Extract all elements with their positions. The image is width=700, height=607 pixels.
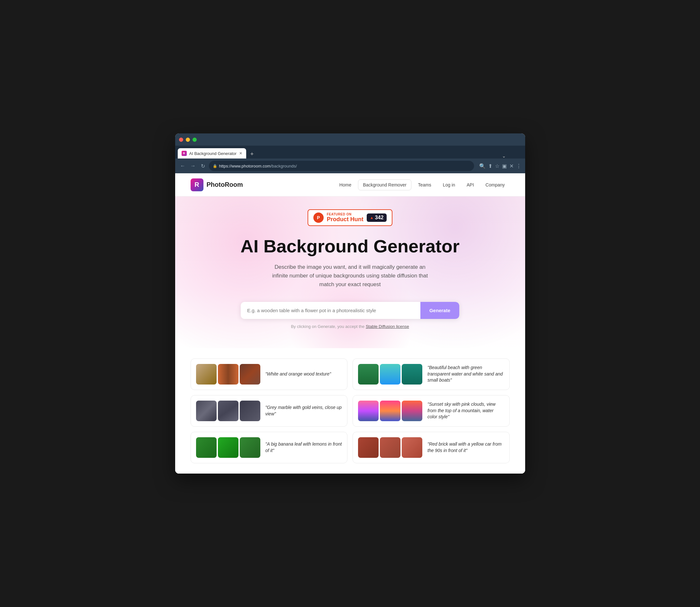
- browser-toolbar-icons: 🔍 ⬆ ☆ ▣ ✕ ⋮: [479, 163, 521, 169]
- product-hunt-badge[interactable]: P FEATURED ON Product Hunt ▲ 342: [307, 209, 393, 226]
- gallery-thumb: [358, 364, 379, 384]
- lock-icon: 🔒: [213, 164, 217, 168]
- profile-icon[interactable]: ✕: [509, 163, 514, 169]
- tab-favicon: R: [182, 151, 187, 156]
- hero-title: AI Background Generator: [191, 236, 510, 256]
- url-bar[interactable]: 🔒 https://www.photoroom.com/backgrounds/: [209, 161, 474, 171]
- gallery-thumb: [240, 437, 260, 458]
- hero-section: P FEATURED ON Product Hunt ▲ 342 AI Back…: [175, 196, 525, 348]
- tab-close-icon[interactable]: ✕: [239, 151, 242, 155]
- gallery-images: [196, 437, 260, 458]
- gallery-card[interactable]: "Sunset sky with pink clouds, view from …: [353, 395, 510, 427]
- nav-links: Home Background Remover Teams Log in API…: [335, 180, 510, 190]
- gallery-thumb: [196, 437, 217, 458]
- gallery-section: "White and orange wood texture" "Beautif…: [175, 348, 525, 474]
- ph-count: ▲ 342: [367, 213, 387, 222]
- nav-teams[interactable]: Teams: [413, 180, 436, 190]
- nav-home[interactable]: Home: [335, 180, 356, 190]
- ph-arrow-icon: ▲: [370, 215, 374, 220]
- ph-featured-label: FEATURED ON: [327, 212, 352, 216]
- gallery-images: [358, 437, 422, 458]
- gallery-thumb: [218, 437, 238, 458]
- reload-button[interactable]: ↻: [199, 162, 206, 170]
- gallery-card[interactable]: "Beautiful beach with green transparent …: [353, 358, 510, 390]
- logo-text: PhotoRoom: [207, 181, 243, 188]
- tab-bar: R AI Background Generator ✕ + ⌄: [175, 146, 525, 159]
- forward-button[interactable]: →: [189, 162, 197, 170]
- gallery-caption: "Beautiful beach with green transparent …: [427, 364, 504, 383]
- gallery-card[interactable]: "Red brick wall with a yellow car from t…: [353, 432, 510, 463]
- logo-icon: R: [191, 179, 204, 191]
- search-container: Generate: [241, 302, 459, 319]
- browser-window: R AI Background Generator ✕ + ⌄ ← → ↻ 🔒 …: [175, 133, 525, 473]
- browser-titlebar: [175, 133, 525, 146]
- bookmark-icon[interactable]: ☆: [495, 163, 500, 169]
- gallery-thumb: [196, 364, 217, 384]
- gallery-thumb: [380, 401, 400, 421]
- gallery-thumb: [402, 401, 422, 421]
- gallery-card[interactable]: "White and orange wood texture": [191, 358, 348, 390]
- tab-title: AI Background Generator: [189, 151, 236, 156]
- gallery-thumb: [380, 437, 400, 458]
- gallery-images: [358, 364, 422, 384]
- gallery-caption: "A big banana leaf with lemons in front …: [266, 441, 342, 454]
- menu-icon[interactable]: ⋮: [516, 163, 521, 169]
- nav-login[interactable]: Log in: [438, 180, 460, 190]
- gallery-thumb: [358, 401, 379, 421]
- gallery-images: [196, 401, 260, 421]
- gallery-card[interactable]: "Grey marble with gold veins, close up v…: [191, 395, 348, 427]
- gallery-thumb: [218, 401, 238, 421]
- gallery-thumb: [218, 364, 238, 384]
- address-bar: ← → ↻ 🔒 https://www.photoroom.com/backgr…: [175, 159, 525, 173]
- maximize-button[interactable]: [192, 138, 197, 142]
- nav-background-remover[interactable]: Background Remover: [358, 180, 411, 190]
- generate-button[interactable]: Generate: [420, 302, 459, 319]
- ph-logo: P: [313, 212, 324, 223]
- gallery-thumb: [240, 401, 260, 421]
- navbar: R PhotoRoom Home Background Remover Team…: [175, 173, 525, 196]
- gallery-caption: "Grey marble with gold veins, close up v…: [266, 404, 342, 417]
- gallery-thumb: [402, 437, 422, 458]
- ph-count-value: 342: [375, 215, 384, 221]
- active-tab[interactable]: R AI Background Generator ✕: [178, 148, 246, 159]
- nav-company[interactable]: Company: [481, 180, 510, 190]
- nav-api[interactable]: API: [462, 180, 479, 190]
- ph-name: Product Hunt: [327, 216, 363, 223]
- gallery-caption: "White and orange wood texture": [266, 371, 331, 377]
- search-icon[interactable]: 🔍: [479, 163, 486, 169]
- more-tabs-icon[interactable]: ⌄: [502, 153, 506, 159]
- gallery-thumb: [402, 364, 422, 384]
- gallery-caption: "Sunset sky with pink clouds, view from …: [427, 401, 504, 420]
- license-link[interactable]: Stable Diffusion license: [366, 324, 409, 329]
- license-text: By clicking on Generate, you accept the …: [191, 324, 510, 329]
- gallery-grid: "White and orange wood texture" "Beautif…: [191, 358, 510, 463]
- gallery-images: [358, 401, 422, 421]
- close-button[interactable]: [179, 138, 183, 142]
- prompt-input[interactable]: [241, 302, 420, 319]
- gallery-images: [196, 364, 260, 384]
- gallery-thumb: [196, 401, 217, 421]
- split-view-icon[interactable]: ▣: [502, 163, 507, 169]
- gallery-thumb: [380, 364, 400, 384]
- url-text: https://www.photoroom.com/backgrounds/: [219, 164, 297, 168]
- gallery-thumb: [240, 364, 260, 384]
- ph-text-group: FEATURED ON Product Hunt: [327, 212, 363, 223]
- gallery-card[interactable]: "A big banana leaf with lemons in front …: [191, 432, 348, 463]
- gallery-caption: "Red brick wall with a yellow car from t…: [427, 441, 504, 454]
- back-button[interactable]: ←: [179, 162, 187, 170]
- hero-subtitle: Describe the image you want, and it will…: [267, 263, 433, 289]
- page-content: R PhotoRoom Home Background Remover Team…: [175, 173, 525, 473]
- new-tab-button[interactable]: +: [248, 149, 256, 159]
- logo-area: R PhotoRoom: [191, 179, 243, 191]
- share-icon[interactable]: ⬆: [488, 163, 492, 169]
- gallery-thumb: [358, 437, 379, 458]
- minimize-button[interactable]: [186, 138, 190, 142]
